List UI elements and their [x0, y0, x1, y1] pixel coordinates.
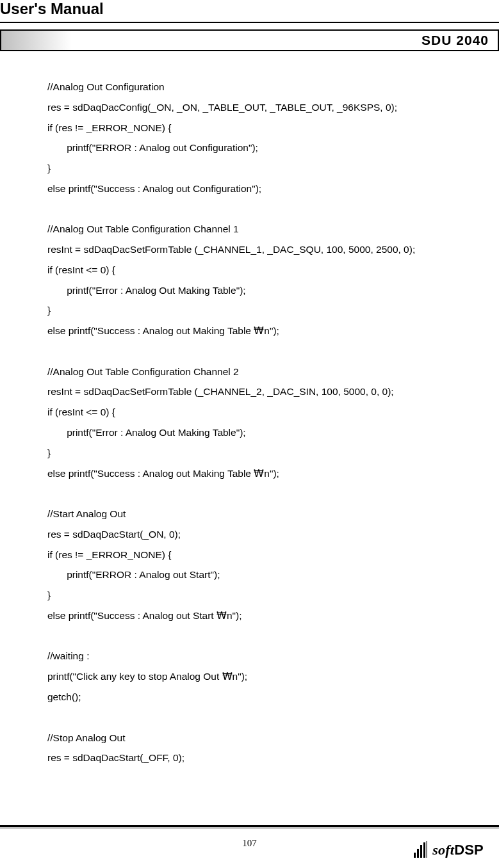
- page: User's Manual SDU 2040 //Analog Out Conf…: [0, 0, 499, 868]
- manual-title: User's Manual: [0, 0, 499, 22]
- logo-bars-icon: [413, 841, 430, 859]
- logo-text-soft: soft: [432, 842, 454, 858]
- svg-rect-1: [417, 849, 419, 858]
- footer-rule: [0, 825, 499, 828]
- header-rule: [0, 22, 499, 23]
- page-header: User's Manual SDU 2040: [0, 0, 499, 51]
- code-listing: //Analog Out Configuration res = sdDaqDa…: [0, 51, 499, 768]
- svg-rect-3: [423, 842, 425, 858]
- svg-rect-2: [420, 845, 422, 858]
- logo-text: softDSP: [432, 842, 484, 858]
- footer-logo: softDSP: [413, 841, 484, 859]
- product-name: SDU 2040: [72, 31, 498, 50]
- product-bar-gradient: [1, 31, 72, 50]
- svg-rect-0: [414, 853, 416, 858]
- logo-text-dsp: DSP: [454, 842, 484, 858]
- product-bar: SDU 2040: [0, 29, 499, 51]
